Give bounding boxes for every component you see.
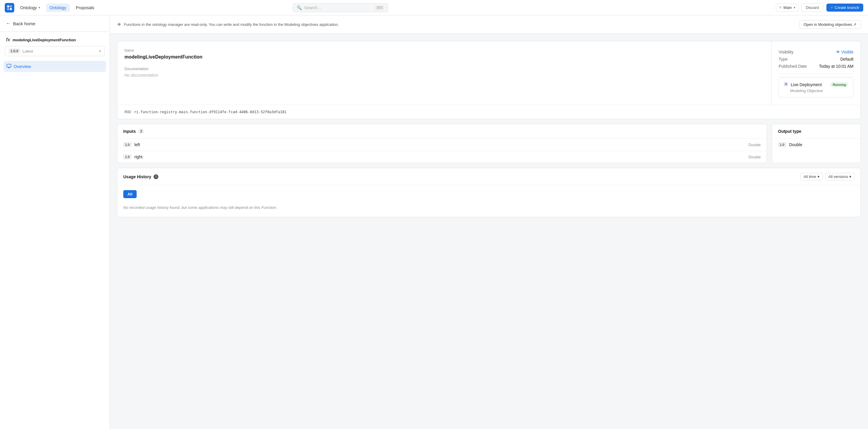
sidebar-item-overview[interactable]: Overview [4, 61, 106, 72]
info-banner-text: Functions in the ontology manager are re… [124, 22, 339, 27]
output-header: Output type [772, 124, 861, 139]
output-type-badge: 1.0 [778, 142, 786, 147]
main-content: 👁 Functions in the ontology manager are … [110, 16, 868, 429]
function-title: fx modelingLiveDeploymentFunction [0, 32, 110, 46]
svg-rect-1 [10, 5, 12, 7]
type-row: Type Default [779, 56, 854, 63]
rid-value: ri.function-registry.main.function.df911… [134, 110, 286, 114]
usage-header-label: Usage History [123, 174, 151, 179]
io-row: Inputs 2 1.0 left Double 1.0 right Doubl… [117, 124, 861, 163]
branch-selector[interactable]: ⑂ Main ▾ [776, 4, 798, 11]
main-layout: ← Back home fx modelingLiveDeploymentFun… [0, 16, 868, 429]
inputs-header: Inputs 2 [117, 124, 767, 139]
version-tag: Latest [23, 49, 33, 54]
sidebar-nav: Overview [0, 60, 110, 73]
usage-history-card: Usage History i All time ▾ All versions … [117, 168, 861, 217]
running-badge: Running [830, 82, 848, 87]
function-name-sidebar: modelingLiveDeploymentFunction [12, 38, 76, 42]
svg-rect-3 [10, 8, 12, 10]
visibility-row: Visibility 👁 Visible [779, 49, 854, 56]
rid-row: RID ri.function-registry.main.function.d… [117, 104, 861, 119]
output-type: Double [789, 142, 855, 147]
version-selector[interactable]: 1.0.0 Latest ▾ [5, 46, 105, 56]
fx-icon: fx [6, 37, 10, 42]
input-row-left: 1.0 left Double [117, 139, 767, 151]
nav-tab-ontology[interactable]: Ontology [46, 4, 70, 12]
left-name: left [134, 142, 749, 147]
meta-section: Visibility 👁 Visible Type Default Publis… [771, 41, 861, 104]
back-arrow-icon: ← [6, 21, 11, 26]
usage-body: All No recorded usage history found, but… [117, 185, 861, 217]
alltime-chevron-icon: ▾ [817, 174, 819, 179]
right-name: right [134, 154, 749, 159]
nav-right: ⑂ Main ▾ Discard ⑂ Create branch [776, 3, 863, 12]
svg-rect-0 [7, 5, 9, 7]
left-type: Double [749, 143, 761, 147]
doc-value: No documentation [124, 73, 764, 78]
svg-rect-4 [7, 64, 11, 67]
versions-filter[interactable]: All versions ▾ [825, 173, 855, 180]
app-logo [5, 3, 14, 12]
doc-label: Documentation [124, 67, 764, 71]
name-doc-section: Name modelingLiveDeploymentFunction Docu… [117, 41, 771, 104]
inputs-card: Inputs 2 1.0 left Double 1.0 right Doubl… [117, 124, 767, 163]
search-shortcut: ⌘K [375, 5, 384, 10]
function-name-main: modelingLiveDeploymentFunction [124, 54, 764, 60]
sidebar: ← Back home fx modelingLiveDeploymentFun… [0, 16, 110, 429]
published-row: Published Date Today at 10:01 AM [779, 63, 854, 70]
usage-tabs: All [123, 190, 855, 198]
input-row-right: 1.0 right Double [117, 151, 767, 163]
info-icon: i [154, 174, 158, 179]
branch-chevron-icon: ▾ [794, 6, 795, 9]
visibility-value: 👁 Visible [836, 50, 854, 54]
search-icon: 🔍 [297, 5, 302, 10]
type-value: Default [840, 57, 854, 61]
right-type: Double [749, 155, 761, 159]
function-detail-card: Name modelingLiveDeploymentFunction Docu… [117, 41, 861, 119]
create-branch-button[interactable]: ⑂ Create branch [827, 4, 863, 11]
branch-label: Main [783, 5, 792, 10]
inputs-count: 2 [138, 129, 144, 134]
name-label: Name [124, 49, 764, 53]
nav-tab-proposals[interactable]: Proposals [72, 4, 98, 12]
rid-label: RID [124, 110, 131, 114]
deployment-top: Live Deployment Running [784, 82, 848, 87]
version-chevron-icon: ▾ [99, 49, 101, 53]
visibility-label: Visibility [779, 50, 794, 54]
output-card: Output type 1.0 Double [772, 124, 861, 163]
deployment-card: Live Deployment Running Modeling Objecti… [779, 77, 854, 97]
version-number: 1.0.0 [9, 49, 20, 54]
output-row: 1.0 Double [772, 139, 861, 151]
all-tab-button[interactable]: All [123, 190, 137, 198]
monitor-icon [6, 64, 11, 69]
inputs-list: 1.0 left Double 1.0 right Double [117, 139, 767, 163]
inputs-label: Inputs [123, 129, 136, 134]
usage-header: Usage History i All time ▾ All versions … [117, 168, 861, 185]
svg-rect-2 [7, 8, 9, 10]
back-home-link[interactable]: ← Back home [0, 16, 110, 32]
top-row: Name modelingLiveDeploymentFunction Docu… [117, 41, 861, 104]
no-history-text: No recorded usage history found, but som… [123, 203, 855, 212]
published-value: Today at 10:01 AM [819, 64, 854, 69]
branch-create-icon: ⑂ [831, 5, 833, 10]
search-bar[interactable]: 🔍 Search… ⌘K [293, 3, 388, 12]
discard-button[interactable]: Discard [802, 3, 824, 12]
eye-blue-icon: 👁 [836, 50, 840, 54]
eye-icon: 👁 [117, 22, 122, 27]
top-nav: Ontology ▾ Ontology Proposals 🔍 Search… … [0, 0, 868, 16]
chevron-down-icon: ▾ [39, 6, 40, 9]
right-type-badge: 1.0 [123, 154, 131, 159]
back-home-label: Back home [13, 21, 35, 26]
nav-tab-ontology-dropdown[interactable]: Ontology ▾ [17, 4, 44, 12]
alltime-filter[interactable]: All time ▾ [800, 173, 823, 180]
type-label: Type [779, 57, 787, 61]
overview-label: Overview [14, 64, 31, 69]
published-label: Published Date [779, 64, 807, 69]
usage-filters: All time ▾ All versions ▾ [800, 173, 855, 180]
deployment-icon [784, 82, 788, 87]
branch-icon: ⑂ [779, 5, 781, 10]
left-type-badge: 1.0 [123, 142, 131, 147]
open-in-modeling-button[interactable]: Open in Modeling objectives ↗ [799, 20, 861, 29]
info-banner: 👁 Functions in the ontology manager are … [110, 16, 868, 34]
content-area: Name modelingLiveDeploymentFunction Docu… [110, 34, 868, 224]
